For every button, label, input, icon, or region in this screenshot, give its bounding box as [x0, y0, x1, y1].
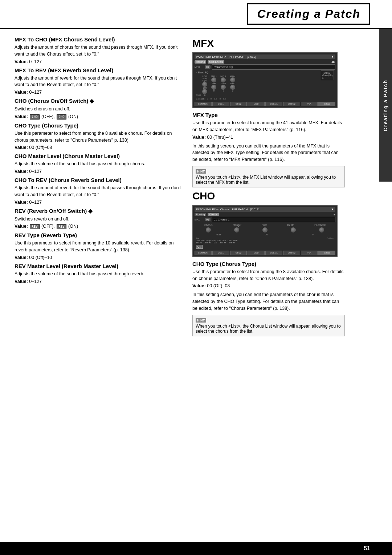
- cho-knob-row: [196, 226, 334, 234]
- cho-hint-box: HINT When you touch <List>, the Chorus L…: [192, 315, 345, 336]
- cho-mfx-label: MFX: [195, 218, 203, 221]
- col-chorus: Chorus: [204, 224, 213, 226]
- high-q: 0: [232, 90, 233, 92]
- body-mfx-type: Use this parameter to select from among …: [192, 119, 345, 133]
- badge-cho-off: CHO: [30, 114, 39, 119]
- value-label-7: Value:: [15, 224, 29, 229]
- value-cho-master-val: 0–127: [29, 169, 42, 174]
- section-rev-master: REV Master Level (Reverb Master Level) A…: [15, 263, 181, 284]
- body-cho-master: Adjusts the volume of the sound that has…: [15, 161, 181, 167]
- cho-knob-flanger: [234, 227, 239, 232]
- section-mfx-to-cho: MFX To CHO (MFX Chorus Send Level) Adjus…: [15, 36, 181, 64]
- body-cho-type: Use this parameter to select from among …: [15, 130, 181, 144]
- value-cho-type-val: 00 (Off)–08: [29, 145, 52, 150]
- cho-col-labels: Chorus Flanger Rate Depth Feedback: [196, 224, 334, 226]
- knob-low: LOW Freq D(21 200 0: [202, 75, 207, 96]
- body-rev-on-off: Switches reverb on and off.: [15, 216, 181, 223]
- left-column: MFX To CHO (MFX Chorus Send Level) Adjus…: [15, 36, 181, 339]
- page-number: 51: [364, 545, 370, 552]
- mfx-hint-text: When you touch <List>, the MFX List wind…: [196, 175, 342, 185]
- heading-cho-on-off: CHO (Chorus On/Off Switch) ◆: [15, 98, 181, 104]
- value-rev-master-val: 0–127: [29, 279, 42, 284]
- mfx-big-label: MFX: [192, 38, 345, 49]
- mfx-screen-arrow: ▼: [331, 55, 334, 58]
- body-cho-to-rev: Adjusts the amount of reverb for the sou…: [15, 185, 181, 198]
- knob-mid2-knob: [221, 77, 226, 82]
- on-text: (ON): [68, 114, 78, 119]
- total-gain-box: TOTALGain(dB)□: [321, 70, 334, 80]
- cho-on-btn[interactable]: ON: [196, 245, 203, 249]
- cho-big-label: CHO: [192, 190, 345, 202]
- col-depth: Depth: [287, 224, 294, 226]
- cho-chorus-num-row: MFX 01 01 Chorus 1: [195, 217, 335, 222]
- rev-off-text: (OFF),: [41, 224, 55, 229]
- cho-tab-cosm2: COSM2: [283, 251, 300, 255]
- cho-icon: ■: [334, 213, 335, 216]
- value-mfx-to-rev: Value: 0–127: [15, 90, 181, 95]
- page-footer: 51: [0, 542, 392, 555]
- badge-rev-on: REV: [57, 224, 66, 229]
- r2-thru4: THRU: [229, 242, 235, 244]
- mfx-routing-row: Routing Multi Effects ◀▶: [195, 60, 335, 64]
- section-cho-on-off: CHO (Chorus On/Off Switch) ◆ Switches ch…: [15, 98, 181, 119]
- section-rev-type: REV Type (Reverb Type) Use this paramete…: [15, 232, 181, 260]
- side-tab: Creating a Patch: [379, 29, 392, 182]
- mfx-subtabs-row: MFX 01 Parametric EQ: [195, 64, 335, 70]
- value-label-3: Value:: [15, 114, 29, 119]
- mfx-screen-title: PATCH Edit Effect MFX INIT PATCH [Z-013]: [196, 55, 256, 58]
- mfx-hint-box: HINT When you touch <List>, the MFX List…: [192, 166, 345, 187]
- cho-num-tab: 01: [205, 218, 211, 221]
- body-rev-type: Use this parameter to select from among …: [15, 240, 181, 254]
- cho-tab-osc2: OSC2: [230, 251, 247, 255]
- knob-mid1-knob: [211, 77, 216, 82]
- value-cho-on-off: Value: CHO (OFF), CHO (ON): [15, 114, 181, 119]
- value-label-cho: Value:: [192, 283, 206, 288]
- value-cho-type-right: Value: 00 (Off)–08: [192, 283, 345, 288]
- body-mfx-to-cho: Adjusts the amount of chorus for the sou…: [15, 44, 181, 58]
- page-title: Creating a Patch: [247, 3, 370, 25]
- right-column: MFX PATCH Edit Effect MFX INIT PATCH [Z-…: [192, 36, 359, 339]
- cho-labels-row: Chorus Flanger Rate Depth Feedback 0.30 …: [195, 223, 335, 250]
- body-cho-type-right: Use this parameter to select from among …: [192, 268, 345, 282]
- badge-rev-off: REV: [30, 224, 39, 229]
- value-label-9: Value:: [15, 279, 28, 284]
- value-mfx-to-rev-val: 0–127: [29, 90, 42, 95]
- cho-on-btn-row: ON: [196, 245, 334, 249]
- section-mfx-to-rev: MFX To REV (MFX Reverb Send Level) Adjus…: [15, 67, 181, 95]
- value-rev-type: Value: 00 (Off)–10: [15, 255, 181, 260]
- main-content: MFX To CHO (MFX Chorus Send Level) Adjus…: [0, 29, 392, 347]
- value-label-4: Value:: [15, 145, 28, 150]
- r2-thru3: THRU: [220, 242, 226, 244]
- mfx-eq-area: 4 Band EQ TOTALGain(dB)□ CHO LOW Freq D(…: [195, 70, 335, 101]
- knob-mid2: MID 2 2000 0: [220, 75, 226, 96]
- col-flanger: Flanger: [233, 224, 241, 226]
- cho-tab-osc1: OSC1: [212, 251, 229, 255]
- r2-thru2: THRU: [205, 242, 211, 244]
- cho-label-small: CHO: [196, 94, 201, 96]
- eq-name-box: Parametric EQ: [212, 64, 335, 70]
- rev-on-text: (ON): [68, 224, 78, 229]
- cho-tabs-row: Routing Chorus ■: [195, 213, 335, 216]
- body-mfx-to-rev: Adjusts the amount of reverb for the sou…: [15, 75, 181, 89]
- heading-rev-type: REV Type (Reverb Type): [15, 232, 181, 238]
- mid2-q: 0: [223, 90, 224, 92]
- page-header: Creating a Patch: [0, 0, 392, 29]
- cho-vals-row: 0.30 10 0: [196, 234, 334, 236]
- section-rev-on-off: REV (Reverb On/Off Switch) ◆ Switches re…: [15, 208, 181, 230]
- val-rate: 0.30: [216, 234, 221, 236]
- tab-tva: TVA: [301, 102, 318, 106]
- body-rev-master: Adjusts the volume of the sound that has…: [15, 271, 181, 278]
- value-cho-master: Value: 0–127: [15, 169, 181, 174]
- tab-multi-effects: Multi Effects: [208, 60, 224, 64]
- value-label-mfx: Value:: [192, 135, 206, 140]
- cho-hint-label: HINT: [196, 318, 206, 323]
- cho-tab-effect: Effect: [318, 251, 335, 255]
- gain-row-labels: Gain (dB) 0 0 0.7 0 0.7: [195, 97, 335, 101]
- cho-tab-common: COMMON: [195, 251, 212, 255]
- tab-mod: MOD: [248, 102, 265, 106]
- value-label-6: Value:: [15, 200, 28, 205]
- cho-knob-rate: [262, 227, 268, 232]
- cho-pre-row: Pre CoFreq: [196, 237, 334, 239]
- value-cho-type-right-val: 00 (Off)–08: [207, 283, 230, 288]
- cho-screen-arrow: ▼: [331, 208, 334, 211]
